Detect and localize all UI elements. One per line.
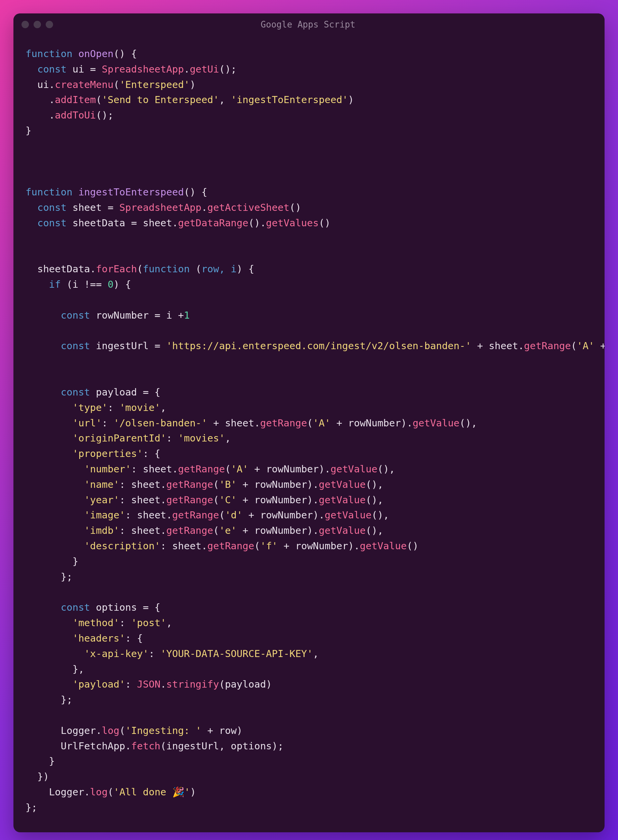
code-token: .	[184, 64, 189, 75]
code-token: };	[25, 571, 73, 582]
code-token: 'description'	[84, 540, 160, 552]
code-token: fetch	[131, 740, 160, 752]
code-token: options = {	[90, 601, 160, 613]
code-editor-window: Google Apps Script function onOpen() { c…	[13, 13, 605, 832]
code-token: + rowNumber).	[278, 540, 360, 552]
titlebar: Google Apps Script	[13, 13, 605, 36]
code-token: };	[25, 694, 73, 705]
code-token: getUi	[190, 64, 219, 75]
code-token: 'f'	[260, 540, 278, 552]
code-token: 'name'	[84, 479, 120, 490]
code-token: 'ingestToEnterspeed'	[231, 94, 348, 105]
code-token: : sheet.	[131, 463, 178, 475]
code-token: row, i	[202, 263, 237, 275]
code-token: 'url'	[73, 417, 102, 429]
code-token: ,	[225, 433, 231, 444]
code-area[interactable]: function onOpen() { const ui = Spreadshe…	[13, 36, 605, 832]
code-token: () {	[113, 48, 137, 59]
code-token: UrlFetchApp.	[25, 740, 131, 752]
code-token: ui.	[25, 79, 55, 90]
code-token	[25, 417, 73, 429]
code-token: + rowNumber).	[237, 494, 319, 506]
code-token: ui =	[67, 64, 102, 75]
code-token: ()	[319, 217, 330, 229]
code-token: Logger.	[25, 786, 90, 798]
code-token: ,	[160, 402, 166, 413]
code-token: const	[25, 64, 67, 75]
code-token: 'imdb'	[84, 525, 120, 536]
code-token: sheet =	[67, 202, 119, 213]
code-token	[25, 648, 84, 659]
code-token: 'https://api.enterspeed.com/ingest/v2/ol…	[166, 340, 471, 351]
code-token: (	[225, 463, 231, 475]
code-token: getValue	[330, 463, 377, 475]
code-token: ingestToEnterspeed	[73, 186, 184, 198]
code-token: })	[25, 771, 49, 782]
code-token: :	[119, 617, 131, 628]
code-token: ) {	[113, 279, 131, 290]
code-token: 'd'	[225, 509, 242, 521]
code-token: 'Send to Enterspeed'	[102, 94, 219, 105]
code-token	[25, 679, 73, 690]
code-token: ,	[313, 648, 319, 659]
code-token: + rowNumber).	[237, 525, 319, 536]
code-token: 'method'	[73, 617, 120, 628]
code-token: Logger.	[25, 725, 102, 736]
code-token: .	[25, 110, 55, 121]
code-token: rowNumber = i +	[90, 310, 184, 321]
code-token: getValue	[319, 479, 366, 490]
code-token	[25, 509, 84, 521]
code-token: + sheet.	[207, 417, 260, 429]
code-token: getRange	[260, 417, 307, 429]
code-token: 'A'	[231, 463, 248, 475]
code-token	[25, 633, 73, 644]
code-token: + rowNumber).	[330, 417, 413, 429]
code-token: : sheet.	[119, 479, 166, 490]
code-token: )	[190, 786, 196, 798]
code-token: JSON	[137, 679, 160, 690]
code-token: function	[25, 48, 73, 59]
code-token: getValue	[319, 525, 366, 536]
code-token: SpreadsheetApp	[119, 202, 201, 213]
code-token: const	[25, 340, 90, 351]
code-token: : sheet.	[119, 525, 166, 536]
code-token: getDataRange	[178, 217, 248, 229]
code-token: .	[202, 202, 207, 213]
code-token	[25, 448, 73, 459]
window-title: Google Apps Script	[19, 19, 597, 30]
code-token: :	[102, 417, 113, 429]
code-token: (	[119, 725, 125, 736]
code-token: :	[149, 648, 160, 659]
code-token: (	[219, 509, 225, 521]
code-token: const	[25, 202, 67, 213]
code-token: },	[25, 664, 84, 675]
code-token: (	[213, 525, 219, 536]
code-token	[25, 525, 84, 536]
code-token: 'movie'	[119, 402, 160, 413]
code-token: (payload)	[219, 679, 272, 690]
code-token: )	[348, 94, 354, 105]
code-token: 'e'	[219, 525, 236, 536]
code-token: 'type'	[73, 402, 108, 413]
code-token	[25, 540, 84, 552]
code-token: + rowNumber).	[237, 479, 319, 490]
code-token: (	[254, 540, 260, 552]
code-token: getRange	[178, 463, 225, 475]
code-token: 'image'	[84, 509, 125, 521]
code-token: const	[25, 310, 90, 321]
code-token: :	[107, 402, 119, 413]
code-token: function	[143, 263, 190, 275]
code-token	[25, 617, 73, 628]
code-token: 'B'	[219, 479, 236, 490]
code-token: sheetData = sheet.	[67, 217, 178, 229]
code-token: : sheet.	[119, 494, 166, 506]
code-token: 'YOUR-DATA-SOURCE-API-KEY'	[160, 648, 313, 659]
code-token: ,	[219, 94, 231, 105]
code-token: (	[190, 263, 202, 275]
code-token: getActiveSheet	[207, 202, 289, 213]
code-token	[25, 479, 84, 490]
code-token: ,	[166, 617, 172, 628]
code-token: getRange	[166, 479, 213, 490]
code-token: SpreadsheetApp	[102, 64, 184, 75]
code-token: forEach	[96, 263, 137, 275]
